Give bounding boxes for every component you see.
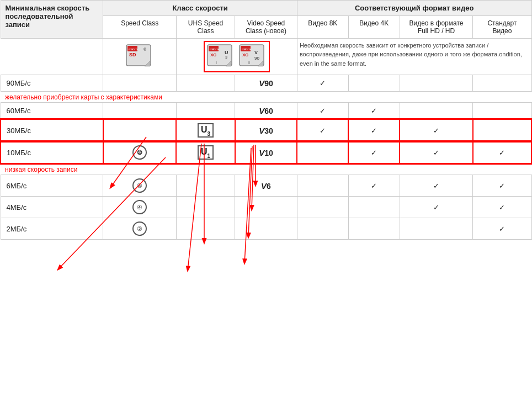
svg-text:SD: SD	[129, 52, 136, 57]
svg-text:3: 3	[225, 55, 227, 59]
svg-text:®: ®	[143, 48, 147, 51]
uhs-symbol: U1	[176, 141, 235, 163]
header-uhs: UHS Speed Class	[176, 16, 235, 39]
micro-sd-single: micro SD ®	[126, 44, 153, 69]
header-min-speed: Минимальная скорость последовательной за…	[1, 1, 103, 39]
note-cell: Необходимая скорость зависит от конкретн…	[297, 39, 531, 75]
speed-value: 6МБ/с	[1, 175, 103, 197]
vfullhd-check: ✓	[400, 119, 473, 141]
vfullhd-check	[400, 218, 473, 240]
v8k-check	[297, 218, 348, 240]
vstd-check: ✓	[473, 197, 531, 218]
uhs-symbol: U3	[176, 119, 235, 141]
speed-class-table: Минимальная скорость последовательной за…	[0, 0, 532, 240]
note-required-text: Необходимая скорость зависит от конкретн…	[300, 42, 522, 67]
speed-value: 60МБ/с	[1, 103, 103, 120]
uhs-vsc-cards-cell: micro XC U 3 I	[176, 39, 297, 75]
speed-class-symbol: ⑩	[103, 141, 177, 163]
micro-sd-uhs-u3: micro XC U 3 I	[207, 44, 235, 69]
speed-class-symbol	[103, 119, 177, 141]
header-4k: Видео 4K	[348, 16, 400, 39]
vsc-symbol: V60	[235, 103, 297, 120]
vstd-check	[473, 103, 531, 120]
svg-text:XC: XC	[210, 52, 216, 57]
speed-class-symbol	[103, 75, 177, 92]
low-speed-annotation: низкая скорость записи	[5, 166, 77, 173]
header-speed-class-group: Класс скорости	[103, 1, 297, 16]
uhs-symbol	[176, 175, 235, 197]
speed-class-symbol: ④	[103, 197, 177, 218]
header-fullhd: Видео в формате Full HD / HD	[400, 16, 473, 39]
v4k-check	[348, 197, 400, 218]
speed-class-symbol: ⑥	[103, 175, 177, 197]
v4k-check	[348, 75, 400, 92]
vstd-check	[473, 119, 531, 141]
uhs-symbol	[176, 218, 235, 240]
vstd-check: ✓	[473, 175, 531, 197]
recommend-annotation: желательно приобрести карты с характерис…	[5, 93, 162, 101]
vfullhd-check	[400, 103, 473, 120]
vsc-symbol	[235, 218, 297, 240]
v8k-check	[297, 141, 348, 163]
vsc-symbol: V30	[235, 119, 297, 141]
svg-text:micro: micro	[210, 48, 219, 51]
speed-class-card-cell: micro SD ®	[103, 39, 177, 75]
vstd-check: ✓	[473, 218, 531, 240]
svg-text:U: U	[225, 50, 228, 55]
micro-sd-v90: micro XC V 90 II	[239, 44, 267, 69]
vstd-check	[473, 75, 531, 92]
vstd-check: ✓	[473, 141, 531, 163]
vfullhd-check: ✓	[400, 175, 473, 197]
uhs-symbol	[176, 197, 235, 218]
header-std: Стандарт Видео	[473, 16, 531, 39]
speed-value: 2МБ/с	[1, 218, 103, 240]
v4k-check: ✓	[348, 141, 400, 163]
svg-text:micro: micro	[129, 48, 138, 51]
vfullhd-check	[400, 75, 473, 92]
vfullhd-check: ✓	[400, 141, 473, 163]
header-vsc: Video Speed Class (новое)	[235, 16, 297, 39]
svg-text:I: I	[216, 61, 217, 65]
v8k-check: ✓	[297, 119, 348, 141]
uhs-symbol	[176, 75, 235, 92]
cards-note-cell	[1, 39, 103, 75]
vsc-symbol: V90	[235, 75, 297, 92]
svg-text:micro: micro	[242, 48, 251, 51]
speed-class-symbol: ②	[103, 218, 177, 240]
v4k-check: ✓	[348, 119, 400, 141]
header-speed-class: Speed Class	[103, 16, 177, 39]
v8k-check	[297, 197, 348, 218]
vsc-symbol: V10	[235, 141, 297, 163]
main-table-container: Минимальная скорость последовательной за…	[0, 0, 532, 240]
svg-text:XC: XC	[242, 52, 248, 57]
svg-text:II: II	[248, 61, 250, 65]
v4k-check: ✓	[348, 175, 400, 197]
speed-value: 30МБ/с	[1, 119, 103, 141]
v8k-check: ✓	[297, 75, 348, 92]
svg-text:90: 90	[254, 56, 259, 61]
speed-value: 4МБ/с	[1, 197, 103, 218]
v4k-check: ✓	[348, 103, 400, 120]
v4k-check	[348, 218, 400, 240]
speed-class-symbol	[103, 103, 177, 120]
svg-text:V: V	[254, 50, 258, 55]
v8k-check: ✓	[297, 103, 348, 120]
speed-value: 10МБ/с	[1, 141, 103, 163]
vsc-symbol: V6	[235, 175, 297, 197]
vsc-symbol	[235, 197, 297, 218]
vfullhd-check: ✓	[400, 197, 473, 218]
header-8k: Видео 8K	[297, 16, 348, 39]
uhs-symbol	[176, 103, 235, 120]
v8k-check	[297, 175, 348, 197]
speed-value: 90МБ/с	[1, 75, 103, 92]
header-video-format-group: Соответствующий формат видео	[297, 1, 531, 16]
